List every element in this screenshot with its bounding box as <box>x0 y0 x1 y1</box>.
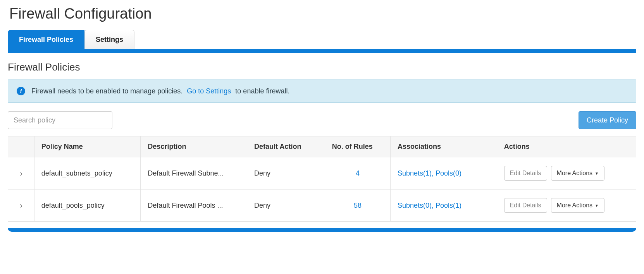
create-policy-button[interactable]: Create Policy <box>579 111 636 129</box>
cell-description: Default Firewall Subne... <box>148 169 240 177</box>
header-expand <box>8 136 34 157</box>
cell-rules-link[interactable]: 58 <box>354 202 362 209</box>
info-banner: i Firewall needs to be enabled to manage… <box>8 79 636 103</box>
info-text-after: to enable firewall. <box>235 87 289 95</box>
tab-firewall-policies[interactable]: Firewall Policies <box>8 30 84 49</box>
caret-down-icon: ▼ <box>595 203 599 208</box>
more-actions-button[interactable]: More Actions ▼ <box>551 198 604 213</box>
cell-policy-name: default_pools_policy <box>41 202 134 210</box>
search-input[interactable] <box>8 111 112 129</box>
edit-details-button[interactable]: Edit Details <box>504 198 547 213</box>
caret-down-icon: ▼ <box>595 171 599 176</box>
info-text-before: Firewall needs to be enabled to manage p… <box>31 87 183 95</box>
header-associations: Associations <box>390 136 497 157</box>
toolbar: Create Policy <box>8 111 636 129</box>
header-rules: No. of Rules <box>325 136 390 157</box>
cell-associations-link[interactable]: Subnets(0), Pools(1) <box>398 202 461 209</box>
section-heading: Firewall Policies <box>8 61 636 73</box>
table-row: › default_pools_policy Default Firewall … <box>8 190 636 222</box>
tab-label: Firewall Policies <box>19 36 73 43</box>
header-default-action: Default Action <box>247 136 325 157</box>
info-link-go-to-settings[interactable]: Go to Settings <box>187 87 231 95</box>
cell-default-action: Deny <box>254 169 270 177</box>
tab-settings[interactable]: Settings <box>84 30 134 49</box>
table-row: › default_subnets_policy Default Firewal… <box>8 157 636 190</box>
header-description: Description <box>141 136 247 157</box>
header-actions: Actions <box>497 136 636 157</box>
more-actions-button[interactable]: More Actions ▼ <box>551 166 604 181</box>
page-title: Firewall Configuration <box>9 5 636 22</box>
policies-table: Policy Name Description Default Action N… <box>8 136 636 222</box>
cell-description: Default Firewall Pools ... <box>148 202 240 210</box>
cell-rules-link[interactable]: 4 <box>356 169 360 177</box>
more-actions-label: More Actions <box>557 170 592 177</box>
expand-row-icon[interactable]: › <box>20 200 22 211</box>
edit-details-button[interactable]: Edit Details <box>504 166 547 181</box>
cell-default-action: Deny <box>254 202 270 209</box>
footer-accent-bar <box>8 228 636 232</box>
cell-policy-name: default_subnets_policy <box>41 169 134 177</box>
cell-associations-link[interactable]: Subnets(1), Pools(0) <box>398 169 461 177</box>
more-actions-label: More Actions <box>557 202 592 209</box>
tab-label: Settings <box>96 36 123 43</box>
expand-row-icon[interactable]: › <box>20 168 22 179</box>
info-icon: i <box>17 87 25 95</box>
tab-bar: Firewall Policies Settings <box>8 30 636 53</box>
header-policy-name: Policy Name <box>34 136 141 157</box>
